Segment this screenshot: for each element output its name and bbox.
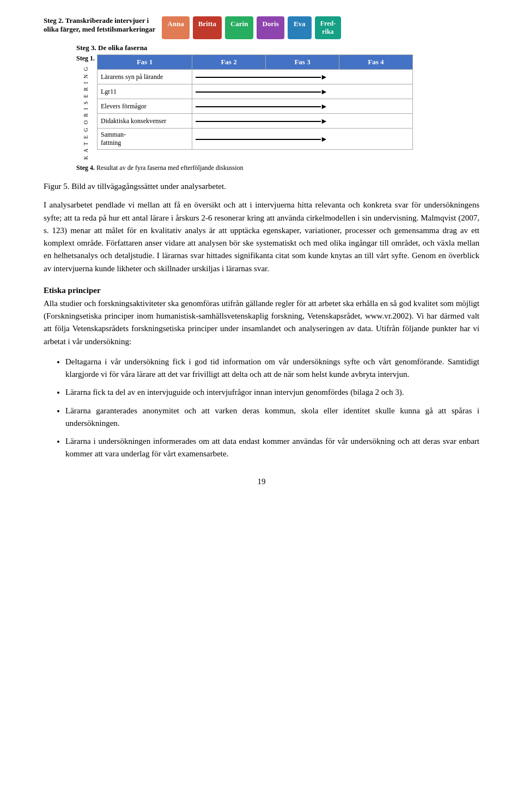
list-item: Deltagarna i vår undersökning fick i god… (65, 356, 479, 381)
row2-arrow: ► (192, 84, 413, 99)
row2-cat: Lgr11 (98, 84, 192, 99)
table-row: Didaktiska konsekvenser ► (98, 114, 413, 129)
bullet-list: Deltagarna i vår undersökning fick i god… (65, 356, 479, 461)
etiska-principer-heading: Etiska principer (44, 286, 479, 295)
steg3-label: Steg 3. De olika faserna (76, 44, 479, 52)
fas4-header: Fas 4 (339, 55, 412, 70)
list-item: Lärarna garanterades anonymitet och att … (65, 405, 479, 430)
pill-anna: Anna (162, 16, 189, 39)
phases-table: Fas 1 Fas 2 Fas 3 Fas 4 Lärarens syn på … (97, 54, 413, 150)
page-number: 19 (44, 477, 479, 486)
pill-britta: Britta (193, 16, 222, 39)
fas2-header: Fas 2 (192, 55, 266, 70)
fas3-header: Fas 3 (266, 55, 339, 70)
table-row: Lärarens syn på lärande ► (98, 70, 413, 84)
table-row: Lgr11 ► (98, 84, 413, 99)
steg2-area: Steg 2. Transkriberade intervjuer iolika… (44, 16, 479, 39)
row3-cat: Elevers förmågor (98, 99, 192, 114)
row1-arrow: ► (192, 70, 413, 84)
steg4-label: Steg 4. Resultat av de fyra faserna med … (76, 164, 479, 172)
pill-eva: Eva (288, 16, 312, 39)
table-row: Samman-fattning ► (98, 129, 413, 150)
figure-5: Steg 2. Transkriberade intervjuer iolika… (44, 16, 479, 172)
table-row: Elevers förmågor ► (98, 99, 413, 114)
list-item: Lärarna fick ta del av en intervjuguide … (65, 386, 479, 399)
row5-cat: Samman-fattning (98, 129, 192, 150)
row5-arrow: ► (192, 129, 413, 150)
row3-arrow: ► (192, 99, 413, 114)
row4-cat: Didaktiska konsekvenser (98, 114, 192, 129)
kategorisering-label: K A T E G O R I S E R I N G (82, 66, 89, 160)
fas1-header: Fas 1 (98, 55, 192, 70)
pill-doris: Doris (257, 16, 284, 39)
steg1-column: Steg 1. K A T E G O R I S E R I N G (76, 54, 95, 160)
steg1-label: Steg 1. (76, 54, 95, 63)
body-para-2: Alla studier och forskningsaktiviteter s… (44, 297, 479, 348)
row4-arrow: ► (192, 114, 413, 129)
steg3-area: Steg 3. De olika faserna Steg 1. K A T E… (76, 44, 479, 160)
body-para-1: I analysarbetet pendlade vi mellan att f… (44, 199, 479, 275)
steg2-label: Steg 2. Transkriberade intervjuer iolika… (44, 16, 155, 34)
pill-fredrika: Fred-rika (315, 16, 341, 39)
row1-cat: Lärarens syn på lärande (98, 70, 192, 84)
name-pills: Anna Britta Carin Doris Eva Fred-rika (162, 16, 341, 39)
list-item: Lärarna i undersökningen informerades om… (65, 435, 479, 461)
pill-carin: Carin (225, 16, 254, 39)
figure-caption: Figur 5. Bild av tillvägagångssättet und… (44, 182, 479, 191)
